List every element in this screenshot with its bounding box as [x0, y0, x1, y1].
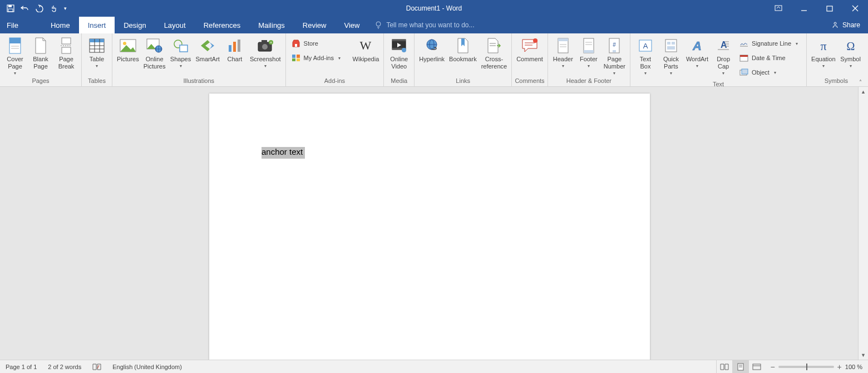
zoom-out-button[interactable]: −: [770, 362, 775, 371]
svg-point-35: [262, 44, 268, 50]
ribbon-options-button[interactable]: [766, 0, 791, 17]
online-video-button[interactable]: Online Video: [386, 35, 412, 70]
page-break-button[interactable]: Page Break: [53, 35, 79, 70]
symbol-button[interactable]: Ω Symbol: [838, 35, 864, 68]
svg-rect-39: [295, 44, 297, 47]
share-button[interactable]: Share: [823, 17, 868, 33]
zoom-control: − + 100 %: [765, 362, 868, 371]
web-layout-icon: [752, 364, 761, 370]
symbol-icon: Ω: [843, 39, 859, 52]
collapse-ribbon-button[interactable]: ˄: [856, 79, 865, 85]
save-button[interactable]: [3, 0, 18, 17]
equation-button[interactable]: π Equation: [809, 35, 837, 68]
selected-text[interactable]: anchor text: [262, 147, 305, 159]
cross-reference-button[interactable]: Cross- reference: [479, 35, 509, 70]
svg-point-56: [533, 38, 537, 43]
quick-parts-button[interactable]: Quick Parts: [658, 35, 684, 76]
view-read-mode[interactable]: [716, 360, 732, 373]
wikipedia-button[interactable]: W Wikipedia: [351, 35, 382, 63]
minimize-button[interactable]: [791, 0, 817, 17]
svg-point-8: [376, 22, 381, 26]
tab-home[interactable]: Home: [42, 17, 79, 33]
footer-button[interactable]: Footer: [576, 35, 601, 68]
chevron-down-icon: ▼: [861, 352, 866, 358]
touch-icon: [50, 4, 58, 12]
tab-mailings[interactable]: Mailings: [249, 17, 294, 33]
smartart-button[interactable]: SmartArt: [194, 35, 222, 63]
svg-rect-2: [8, 9, 13, 12]
status-language[interactable]: English (United Kingdom): [107, 364, 188, 370]
tab-references[interactable]: References: [195, 17, 249, 33]
header-button[interactable]: Header: [550, 35, 576, 68]
status-bar: Page 1 of 1 2 of 2 words English (United…: [0, 360, 868, 373]
object-button[interactable]: Object ▾: [739, 66, 801, 78]
chart-icon: [228, 38, 242, 53]
shapes-button[interactable]: Shapes: [168, 35, 194, 68]
text-box-button[interactable]: A Text Box: [633, 35, 658, 76]
tab-layout[interactable]: Layout: [155, 17, 195, 33]
tab-review[interactable]: Review: [294, 17, 336, 33]
tab-file[interactable]: File: [0, 17, 25, 33]
tab-design[interactable]: Design: [115, 17, 155, 33]
group-label-media: Media: [386, 77, 412, 86]
drop-cap-button[interactable]: A Drop Cap: [711, 35, 736, 76]
zoom-value[interactable]: 100 %: [845, 364, 862, 370]
tab-insert[interactable]: Insert: [79, 17, 115, 33]
date-time-button[interactable]: Date & Time: [739, 52, 801, 64]
svg-rect-32: [233, 42, 236, 52]
cover-page-button[interactable]: Cover Page: [2, 35, 28, 76]
blank-page-button[interactable]: Blank Page: [28, 35, 53, 70]
wordart-icon: A: [690, 39, 704, 52]
share-icon: [831, 21, 839, 29]
view-print-layout[interactable]: [732, 360, 748, 373]
svg-rect-85: [742, 69, 748, 74]
status-proofing[interactable]: [87, 364, 107, 370]
document-workspace[interactable]: anchor text ▲ ▼: [0, 87, 868, 360]
page-number-button[interactable]: # Page Number: [601, 35, 628, 76]
bookmark-button[interactable]: Bookmark: [447, 35, 479, 63]
redo-button[interactable]: [32, 0, 47, 17]
table-button[interactable]: Table: [84, 35, 110, 68]
tab-view[interactable]: View: [335, 17, 368, 33]
document-page[interactable]: anchor text: [209, 94, 650, 360]
pictures-button[interactable]: Pictures: [115, 35, 141, 63]
svg-rect-73: [667, 46, 675, 50]
scroll-up-button[interactable]: ▲: [859, 87, 868, 96]
chevron-down-icon: ▾: [796, 41, 798, 46]
qat-customize-button[interactable]: ▾: [61, 0, 69, 17]
group-label-links: Links: [417, 77, 509, 86]
close-button[interactable]: [842, 0, 868, 17]
online-pictures-button[interactable]: Online Pictures: [141, 35, 168, 70]
ribbon-options-icon: [775, 5, 782, 12]
undo-button[interactable]: [18, 0, 32, 17]
drop-cap-icon: A: [717, 39, 730, 52]
tell-me-search[interactable]: Tell me what you want to do...: [368, 17, 823, 33]
view-web-layout[interactable]: [748, 360, 765, 373]
undo-icon: [20, 4, 30, 12]
chart-button[interactable]: Chart: [222, 35, 248, 63]
scroll-down-button[interactable]: ▼: [859, 350, 868, 360]
svg-rect-33: [238, 40, 240, 52]
screenshot-button[interactable]: + Screenshot: [248, 35, 283, 68]
group-tables: Table Tables: [82, 33, 112, 86]
status-word-count[interactable]: 2 of 2 words: [42, 364, 87, 370]
svg-text:A: A: [643, 42, 648, 50]
vertical-scrollbar[interactable]: ▲ ▼: [858, 87, 868, 360]
comment-button[interactable]: Comment: [514, 35, 545, 63]
maximize-button[interactable]: [817, 0, 842, 17]
signature-line-button[interactable]: Signature Line ▾: [739, 37, 801, 50]
hyperlink-button[interactable]: Hyperlink: [417, 35, 447, 63]
touch-mode-button[interactable]: [47, 0, 61, 17]
zoom-slider[interactable]: [778, 366, 834, 368]
group-label-comments: Comments: [514, 77, 545, 86]
group-comments: Comment Comments: [512, 33, 548, 86]
group-pages: Cover Page Blank Page Page Break Pages: [0, 33, 82, 86]
wordart-button[interactable]: A WordArt: [684, 35, 711, 68]
svg-rect-1: [8, 5, 12, 7]
title-bar: ▾ Document1 - Word: [0, 0, 868, 17]
status-page[interactable]: Page 1 of 1: [0, 364, 42, 370]
my-addins-button[interactable]: My Add-ins ▾: [292, 52, 347, 64]
window-controls: [766, 0, 868, 17]
store-button[interactable]: Store: [292, 37, 347, 50]
zoom-in-button[interactable]: +: [837, 362, 842, 371]
